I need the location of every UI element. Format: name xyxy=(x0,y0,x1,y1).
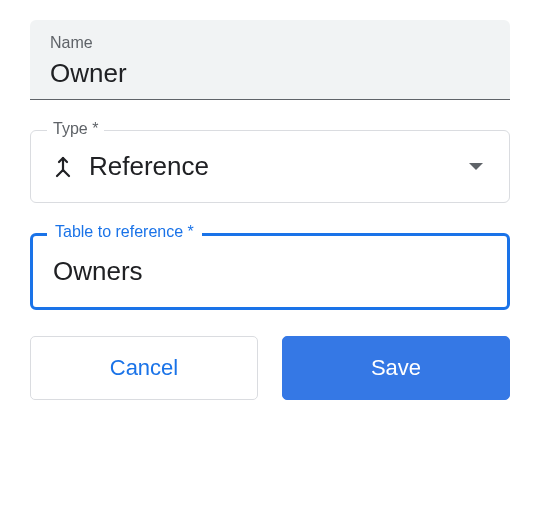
merge-icon xyxy=(51,155,75,179)
save-button[interactable]: Save xyxy=(282,336,510,400)
type-label: Type * xyxy=(47,120,104,138)
name-field[interactable]: Name xyxy=(30,20,510,100)
name-label: Name xyxy=(50,34,490,52)
table-reference-input[interactable] xyxy=(53,256,487,287)
button-row: Cancel Save xyxy=(30,336,510,400)
name-input[interactable] xyxy=(50,58,490,93)
chevron-down-icon xyxy=(469,163,483,170)
type-field[interactable]: Type * Reference xyxy=(30,130,510,203)
type-value: Reference xyxy=(89,151,455,182)
table-reference-label: Table to reference * xyxy=(47,223,202,241)
cancel-button[interactable]: Cancel xyxy=(30,336,258,400)
table-reference-field[interactable]: Table to reference * xyxy=(30,233,510,310)
column-dialog: Name Type * Reference Table to reference… xyxy=(30,20,510,400)
